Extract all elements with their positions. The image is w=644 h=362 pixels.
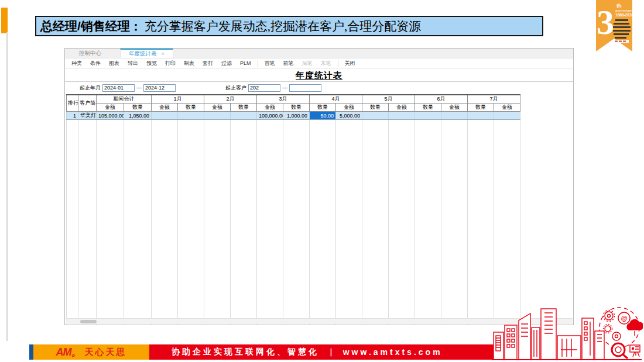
menu-separator [258,60,258,67]
period-from-input[interactable] [102,84,135,92]
sub-column-header[interactable]: 金额 [152,104,178,112]
menu-item[interactable]: 转出 [124,60,142,67]
empty-cell [124,120,152,325]
value-cell[interactable] [468,112,494,120]
footer-blue-stripe [29,344,33,360]
period-to-input[interactable] [143,84,176,92]
group-column-header[interactable]: 1月 [152,95,204,104]
empty-cell [78,120,97,325]
customer-cell[interactable]: 华美灯饰 [78,112,97,120]
rank-column-header[interactable]: 排行 [67,95,78,112]
footer-tagline-area: 协助企业实现互联网化、智慧化 ｜ www.amtxts.com [149,344,495,360]
sub-column-header[interactable]: 数量 [310,104,336,112]
group-column-header[interactable]: 4月 [310,95,362,104]
badge-line1: ANNIVERSARY [615,9,632,12]
menu-item[interactable]: PLM [236,60,255,66]
badge-digit: 3 [597,3,614,42]
sub-column-header[interactable]: 金额 [257,104,283,112]
empty-cell [468,120,494,325]
sub-column-header[interactable]: 金额 [389,104,415,112]
value-cell[interactable] [441,112,468,120]
tab-label: 控制中心 [79,50,101,57]
value-cell[interactable] [415,112,441,120]
menu-item[interactable]: 种类 [67,60,86,67]
value-cell[interactable] [494,112,520,120]
filter-row: 起止年月 — 起止客户 — [65,82,573,93]
customer-to-input[interactable] [289,84,321,92]
customer-from-input[interactable] [248,84,280,92]
menu-item[interactable]: 过滤 [217,60,236,67]
sub-column-header[interactable]: 金额 [441,104,468,112]
empty-cell [415,120,441,325]
value-cell[interactable]: 5,000.00 [336,112,362,120]
menu-item[interactable]: 预览 [142,60,161,67]
tab-annual-statistics[interactable]: 年度统计表 × [120,49,173,58]
menu-item[interactable]: 打印 [161,60,180,67]
sub-column-header[interactable]: 数量 [283,104,310,112]
value-cell[interactable] [362,112,389,120]
sub-column-header[interactable]: 数量 [124,104,152,112]
empty-cell [231,120,257,325]
magnifier-icon [612,343,625,356]
value-cell[interactable]: 1,000.00 [283,112,310,120]
group-column-header[interactable]: 期间合计 [97,95,152,104]
customer-column-header[interactable]: 客户简称 [78,95,97,112]
empty-cell [336,120,362,325]
selected-cell[interactable]: 50.00 [310,112,336,120]
svg-text:@: @ [621,315,628,322]
group-column-header[interactable]: 7月 [468,95,520,104]
left-accent-bar [1,8,8,33]
badge-line2: 1988-2018 [615,13,632,17]
menu-separator [338,60,338,67]
menu-item[interactable]: 套打 [198,60,217,67]
value-cell[interactable]: 105,000.00 [97,112,124,120]
am-logo: AM。 [56,345,81,359]
empty-cell [204,120,231,325]
menu-item[interactable]: 首笔 [261,60,279,67]
menu-item: 后笔 [298,60,317,67]
sub-column-header[interactable]: 金额 [204,104,231,112]
customer-range-label: 起止客户 [225,84,246,92]
group-column-header[interactable]: 3月 [257,95,310,104]
menu-item: 末笔 [317,60,335,67]
value-cell[interactable]: 100,000.00 [257,112,283,120]
value-cell[interactable] [178,112,204,120]
annual-statistics-table: 排行客户简称期间合计1月2月3月4月5月6月7月金额数量金额数量金额数量金额数量… [66,94,520,325]
tab-control-center[interactable]: 控制中心 [71,49,109,58]
slide: 总经理/销售经理： 充分掌握客户发展动态,挖掘潜在客户,合理分配资源 3 th … [0,0,644,362]
group-column-header[interactable]: 2月 [204,95,257,104]
app-window: 控制中心 年度统计表 × 种类条件图表转出预览打印制表套打过滤PLM首笔前笔后笔… [64,48,574,325]
table-row: 1华美灯饰105,000.001,050.00100,000.001,000.0… [67,112,520,120]
value-cell[interactable] [389,112,415,120]
sub-column-header[interactable]: 数量 [362,104,389,112]
value-cell[interactable]: 1,050.00 [124,112,152,120]
value-cell[interactable] [231,112,257,120]
value-cell[interactable] [152,112,178,120]
empty-cell [494,120,520,325]
sub-column-header[interactable]: 金额 [494,104,520,112]
group-column-header[interactable]: 5月 [362,95,415,104]
footer-logo-area: AM。 天心天思 [33,344,149,360]
menu-item[interactable]: 图表 [105,60,124,67]
sub-column-header[interactable]: 数量 [415,104,441,112]
close-tab-icon[interactable]: × [162,51,165,57]
value-cell[interactable] [204,112,231,120]
menu-item[interactable]: 前笔 [279,60,298,67]
sub-column-header[interactable]: 金额 [336,104,362,112]
sub-column-header[interactable]: 金额 [97,104,124,112]
rank-cell[interactable]: 1 [67,112,78,120]
sub-column-header[interactable]: 数量 [468,104,494,112]
footer-tagline: 协助企业实现互联网化、智慧化 [172,347,319,357]
gear-icon [605,312,613,320]
banner-role-label: 总经理/销售经理： [40,18,142,35]
menu-item[interactable]: 条件 [86,60,105,67]
menu-item[interactable]: 关闭 [341,60,359,67]
group-column-header[interactable]: 6月 [415,95,468,104]
role-banner: 总经理/销售经理： 充分掌握客户发展动态,挖掘潜在客户,合理分配资源 [35,16,543,36]
empty-cell [310,120,336,325]
sub-column-header[interactable]: 数量 [178,104,204,112]
sub-column-header[interactable]: 数量 [231,104,257,112]
report-title: 年度统计表 [65,70,573,81]
menu-item[interactable]: 制表 [180,60,198,67]
scrollbar-thumb[interactable] [80,320,97,323]
